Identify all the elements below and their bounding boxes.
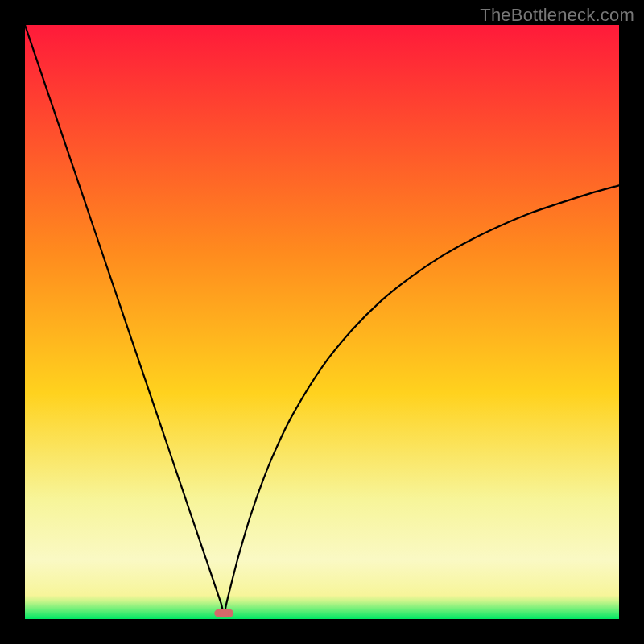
watermark-text: TheBottleneck.com (480, 5, 634, 26)
gradient-background (25, 25, 619, 619)
plot-area (25, 25, 619, 619)
chart-frame: TheBottleneck.com (0, 0, 644, 644)
svg-rect-2 (220, 609, 228, 617)
chart-svg (25, 25, 619, 619)
minimum-marker (214, 609, 233, 617)
